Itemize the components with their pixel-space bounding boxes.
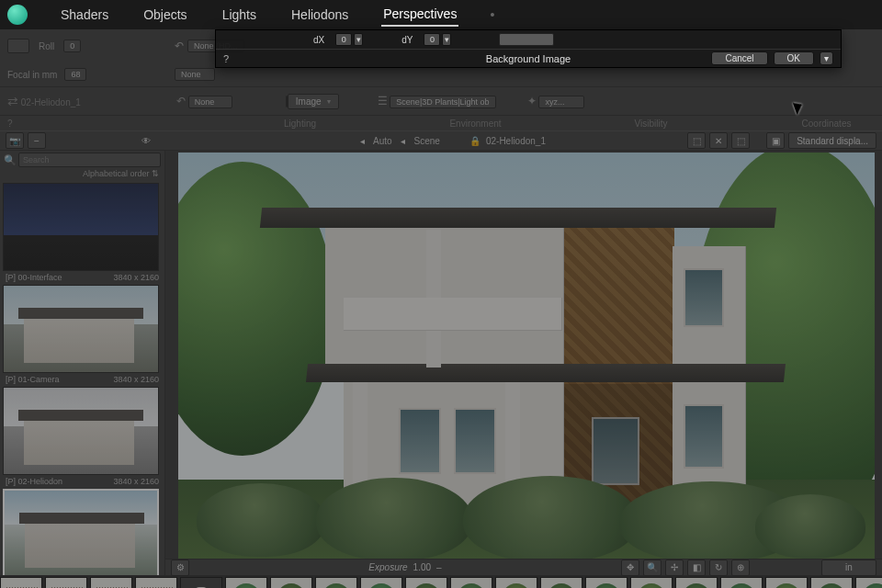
focal-value[interactable]: 68 <box>64 68 86 81</box>
search-input[interactable] <box>18 153 161 167</box>
asset-thumb[interactable] <box>135 577 177 588</box>
hdr-dropdown-2[interactable]: None <box>175 68 215 81</box>
help-icon[interactable]: ? <box>7 119 13 129</box>
asset-thumb[interactable] <box>90 577 132 588</box>
tool-btn-2[interactable]: ✕ <box>709 132 728 149</box>
nav-objects[interactable]: Objects <box>141 4 188 26</box>
vp-tool-4[interactable]: ◧ <box>687 560 706 576</box>
chevron-left-icon[interactable]: ◂ <box>356 132 368 149</box>
asset-thumb[interactable] <box>180 577 222 588</box>
chevron-left-icon-2[interactable]: ◂ <box>398 132 409 149</box>
asset-thumb[interactable] <box>855 577 882 588</box>
asset-thumb[interactable] <box>630 577 673 588</box>
dialog-help-icon[interactable]: ? <box>223 53 229 64</box>
nav-heliodons[interactable]: Heliodons <box>289 4 350 26</box>
perspective-thumbnail[interactable] <box>3 489 159 575</box>
sort-arrows-icon[interactable]: ⇅ <box>152 169 159 178</box>
asset-thumb[interactable] <box>0 577 42 588</box>
dx-value[interactable]: 0 <box>335 33 352 46</box>
perspective-list-panel: 🔍 Alphabetical order ⇅ [P] 00-Interface3… <box>0 151 165 575</box>
layers-icon[interactable]: ☰ <box>378 95 388 107</box>
vp-tool-3[interactable]: ✢ <box>665 560 684 576</box>
axis-icon[interactable]: ✦ <box>527 95 537 107</box>
asset-thumb[interactable] <box>585 577 628 588</box>
asset-thumbnail-strip[interactable] <box>0 575 882 588</box>
hdr-dropdown-3[interactable]: None <box>188 96 232 108</box>
dx-stepper[interactable]: ▾ <box>354 33 363 46</box>
sort-label[interactable]: Alphabetical order <box>83 169 150 178</box>
asset-thumb[interactable] <box>675 577 718 588</box>
nav-overflow-icon[interactable]: • <box>490 7 494 22</box>
cancel-button[interactable]: Cancel <box>711 51 767 65</box>
tool-btn-4[interactable]: ▣ <box>766 132 785 149</box>
asset-thumb[interactable] <box>270 577 312 588</box>
remove-button[interactable]: − <box>28 132 46 149</box>
undo-icon-2[interactable]: ↶ <box>176 95 186 107</box>
exposure-minus[interactable]: – <box>436 562 442 572</box>
ok-dropdown-button[interactable]: ▾ <box>820 51 833 65</box>
asset-thumb[interactable] <box>360 577 402 588</box>
display-mode-select[interactable]: Standard displa... <box>788 132 876 149</box>
asset-thumb[interactable] <box>225 577 267 588</box>
nav-shaders[interactable]: Shaders <box>59 4 110 26</box>
settings-icon[interactable]: ⚙ <box>171 560 189 576</box>
unit-select[interactable]: in <box>821 560 876 576</box>
link-icon: ⇄ <box>7 94 18 108</box>
perspective-item[interactable]: [P] 02-Heliodon_13840 x 2160 <box>0 489 164 575</box>
asset-thumb[interactable] <box>765 577 808 588</box>
render-view[interactable] <box>178 153 875 562</box>
asset-thumb[interactable] <box>495 577 537 588</box>
perspective-thumbnail[interactable] <box>3 285 159 373</box>
roll-label: Roll <box>39 41 54 51</box>
nav-lights[interactable]: Lights <box>220 4 258 26</box>
swatch-icon <box>7 39 29 53</box>
perspective-thumbnail[interactable] <box>3 183 159 271</box>
vp-tool-2[interactable]: 🔍 <box>643 560 662 576</box>
auto-label[interactable]: Auto <box>373 136 392 146</box>
perspective-name: [P] 00-Interface <box>6 273 62 282</box>
undo-icon[interactable]: ↶ <box>175 40 184 52</box>
param-row: ⇄ 02-Heliodon_1 ↶ None Image ☰ Scene|3D … <box>0 86 882 116</box>
eye-icon[interactable]: 👁 <box>141 136 151 146</box>
asset-thumb[interactable] <box>810 577 853 588</box>
add-perspective-button[interactable]: 📷 <box>6 132 24 149</box>
asset-thumb[interactable] <box>450 577 492 588</box>
viewport-toolstrip: 📷 − 👁 ◂ Auto ◂ Scene 🔒 02-Heliodon_1 ⬚ ✕… <box>0 130 882 151</box>
scene-layers-select[interactable]: Scene|3D Plants|Light ob <box>390 96 495 108</box>
perspective-item[interactable]: [P] 01-Camera3840 x 2160 <box>0 285 164 386</box>
bg-type-select[interactable]: Image <box>288 94 339 109</box>
viewport[interactable]: ⚙ Exposure 1.00 – ✥ 🔍 ✢ ◧ ↻ ⊕ in <box>165 151 882 575</box>
asset-thumb[interactable] <box>45 577 87 588</box>
slider[interactable] <box>499 33 554 46</box>
vp-tool-1[interactable]: ✥ <box>621 560 639 576</box>
app-logo-icon <box>7 5 28 25</box>
xyz-select[interactable]: xyz... <box>538 96 584 108</box>
top-menu-bar: ShadersObjectsLightsHeliodonsPerspective… <box>0 0 882 29</box>
nav-perspectives[interactable]: Perspectives <box>381 3 458 27</box>
perspective-thumbnail[interactable] <box>3 387 159 475</box>
lock-icon[interactable]: 🔒 <box>469 136 481 146</box>
tool-btn-1[interactable]: ⬚ <box>687 132 706 149</box>
asset-thumb[interactable] <box>720 577 763 588</box>
tool-btn-3[interactable]: ⬚ <box>731 132 750 149</box>
perspective-resolution: 3840 x 2160 <box>113 273 159 282</box>
scene-label[interactable]: Scene <box>414 136 440 146</box>
perspective-item[interactable]: [P] 00-Interface3840 x 2160 <box>0 183 164 284</box>
cat-lighting: Lighting <box>252 119 348 129</box>
vp-tool-5[interactable]: ↻ <box>709 560 728 576</box>
exposure-value[interactable]: 1.00 <box>413 562 431 572</box>
perspective-item[interactable]: [P] 02-Heliodon3840 x 2160 <box>0 387 164 488</box>
dy-stepper[interactable]: ▾ <box>442 33 451 46</box>
ok-button[interactable]: OK <box>774 51 814 65</box>
asset-thumb[interactable] <box>405 577 447 588</box>
category-labels: ? Lighting Environment Visibility Coordi… <box>0 116 882 130</box>
search-icon: 🔍 <box>4 154 17 166</box>
dialog-title: Background Image <box>486 53 571 64</box>
asset-thumb[interactable] <box>540 577 582 588</box>
vp-tool-6[interactable]: ⊕ <box>731 560 750 576</box>
dy-label: dY <box>401 35 413 45</box>
dy-value[interactable]: 0 <box>424 33 440 46</box>
cat-environment: Environment <box>427 119 524 129</box>
roll-value[interactable]: 0 <box>63 40 81 52</box>
asset-thumb[interactable] <box>315 577 357 588</box>
